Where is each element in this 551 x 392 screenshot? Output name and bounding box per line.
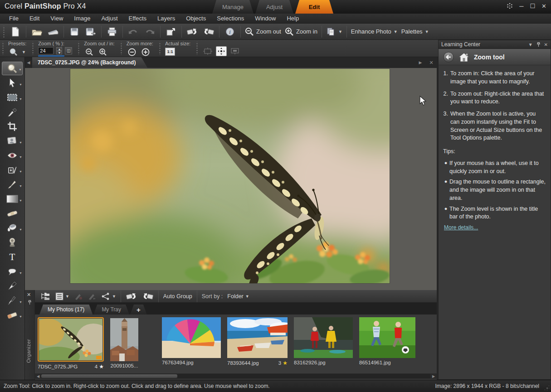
tool-flood-fill[interactable]: ▼ [2, 221, 23, 235]
tool-selection[interactable]: ▼ [2, 91, 23, 104]
info-button[interactable]: i [222, 25, 238, 39]
thumbnail-item[interactable]: 78393644.jpg3★ [227, 317, 288, 366]
zoom-spinner[interactable]: ▲▼ [56, 47, 62, 54]
tool-zoom[interactable]: ▼ [2, 62, 23, 75]
tool-dropper[interactable] [2, 105, 23, 119]
close-button[interactable]: ✕ [541, 3, 546, 9]
tab-my-photos[interactable]: My Photos (17) [39, 305, 93, 315]
spinner-down-icon[interactable]: ▼ [56, 51, 62, 54]
thumbnail-item[interactable]: 20091005... [110, 318, 138, 368]
open-button[interactable] [29, 25, 45, 39]
tool-object-remover[interactable]: ▼ [2, 134, 23, 148]
toolbar-grip[interactable] [2, 26, 5, 38]
menu-view[interactable]: View [45, 14, 68, 24]
rotate-left-button[interactable] [123, 291, 140, 302]
photo-canvas[interactable] [70, 69, 390, 283]
thumbnail-item[interactable]: 86514961.jpg [359, 317, 415, 365]
document-close-icon[interactable]: ✕ [428, 58, 435, 67]
scroll-right-icon[interactable]: ▶ [430, 374, 437, 378]
menu-selections[interactable]: Selections [211, 14, 249, 24]
zoom-percent-input[interactable]: 24 [38, 47, 54, 54]
menu-layers[interactable]: Layers [152, 14, 180, 24]
fit-window-icon[interactable] [202, 46, 213, 56]
corel-widget-icon[interactable] [507, 3, 513, 9]
add-tray-button[interactable]: + [130, 305, 147, 315]
thumbnail-item[interactable]: 83162926.jpg [294, 317, 353, 365]
new-button[interactable] [7, 25, 24, 39]
palette-grip[interactable] [31, 42, 34, 55]
save-button[interactable] [66, 25, 83, 39]
tab-adjust[interactable]: Adjust [255, 0, 293, 14]
zoom-slider-track[interactable] [38, 55, 64, 57]
organizer-scrollbar[interactable]: ◀ ▶ [35, 373, 437, 379]
enhance-photo-button[interactable]: Enhance Photo▼ [349, 25, 400, 39]
zoom-more-in-icon[interactable] [140, 47, 151, 57]
undo-button[interactable] [125, 25, 141, 39]
scrollbar-thumb[interactable] [41, 374, 177, 378]
tab-manage[interactable]: Manage [212, 0, 254, 14]
menu-help[interactable]: Help [281, 14, 304, 24]
redo-button[interactable] [141, 25, 158, 39]
panel-menu-icon[interactable]: ▼ [528, 42, 533, 47]
presets-zoom-icon[interactable] [8, 47, 19, 57]
menu-window[interactable]: Window [249, 14, 281, 24]
tool-pen[interactable] [2, 279, 23, 293]
zoom-in-icon[interactable] [98, 47, 108, 57]
toolbar-zoom-out-button[interactable]: Zoom out [243, 25, 283, 39]
auto-group-button[interactable]: Auto Group [161, 291, 195, 302]
tool-gradient-swatch[interactable]: ▼ [2, 192, 23, 206]
zoom-out-icon[interactable] [84, 47, 95, 57]
tool-warp-brush[interactable]: ▼ [2, 294, 23, 307]
tool-red-eye[interactable]: ▼ [2, 149, 23, 162]
resize-button[interactable] [163, 25, 179, 39]
fit-image-icon[interactable] [216, 46, 227, 56]
toolbar-zoom-in-button[interactable]: Zoom in [283, 25, 319, 39]
menu-adjust[interactable]: Adjust [96, 14, 123, 24]
sort-by-dropdown[interactable]: Folder▼ [225, 291, 251, 302]
menu-objects[interactable]: Objects [180, 14, 211, 24]
menu-image[interactable]: Image [68, 14, 96, 24]
home-icon[interactable] [458, 52, 469, 62]
photo-rating[interactable]: 3★ [278, 360, 288, 366]
tool-eraser[interactable]: ▼ [2, 308, 23, 322]
palette-grip[interactable] [195, 42, 198, 55]
list-view-button[interactable]: ▼ [53, 291, 72, 302]
scrollbar-track[interactable] [41, 374, 430, 378]
tool-picture-tube[interactable] [2, 236, 23, 249]
organizer-pin-icon[interactable] [28, 300, 32, 305]
save-as-button[interactable] [83, 25, 99, 39]
copy-special-button[interactable]: ▼ [324, 25, 344, 39]
more-details-link[interactable]: More details... [444, 224, 546, 232]
panel-close-icon[interactable]: ✕ [544, 42, 548, 47]
palette-grip[interactable] [119, 42, 122, 55]
palette-grip[interactable] [1, 42, 4, 55]
panel-pin-icon[interactable] [536, 42, 541, 47]
tool-preset-shape[interactable]: ▼ [2, 265, 23, 278]
tool-paint-brush[interactable]: ▼ [2, 178, 23, 191]
chevron-down-icon[interactable]: ▼ [22, 50, 26, 54]
tab-edit[interactable]: Edit [295, 0, 333, 14]
thumbnail-item[interactable]: 76763494.jpg [162, 317, 221, 365]
print-button[interactable] [104, 25, 120, 39]
spinner-up-icon[interactable]: ▲ [56, 47, 62, 51]
menu-effects[interactable]: Effects [123, 14, 152, 24]
zoom-more-out-icon[interactable] [127, 47, 137, 57]
back-icon[interactable] [443, 52, 454, 63]
tool-crop[interactable] [2, 120, 23, 133]
folder-view-button[interactable] [39, 291, 53, 302]
edit-button-disabled[interactable] [85, 291, 99, 302]
fit-screen-icon[interactable] [229, 46, 240, 56]
scan-button[interactable] [45, 25, 61, 39]
menu-edit[interactable]: Edit [24, 14, 45, 24]
rotate-right-button[interactable] [140, 291, 156, 302]
palette-grip[interactable] [158, 42, 161, 55]
organizer-close-icon[interactable]: ✕ [27, 292, 31, 298]
document-tab[interactable]: 7DSC_0725.JPG @ 24% (Background) [32, 57, 147, 68]
zoom-slider-button[interactable]: ◫ [65, 47, 72, 54]
menu-file[interactable]: File [4, 14, 24, 24]
tool-pick[interactable]: ▼ [2, 76, 23, 90]
tab-my-tray[interactable]: My Tray [93, 305, 129, 315]
palettes-button[interactable]: Palettes▼ [400, 25, 431, 39]
photo-rating[interactable]: 4★ [95, 363, 104, 370]
share-button[interactable]: ▼ [99, 291, 118, 302]
